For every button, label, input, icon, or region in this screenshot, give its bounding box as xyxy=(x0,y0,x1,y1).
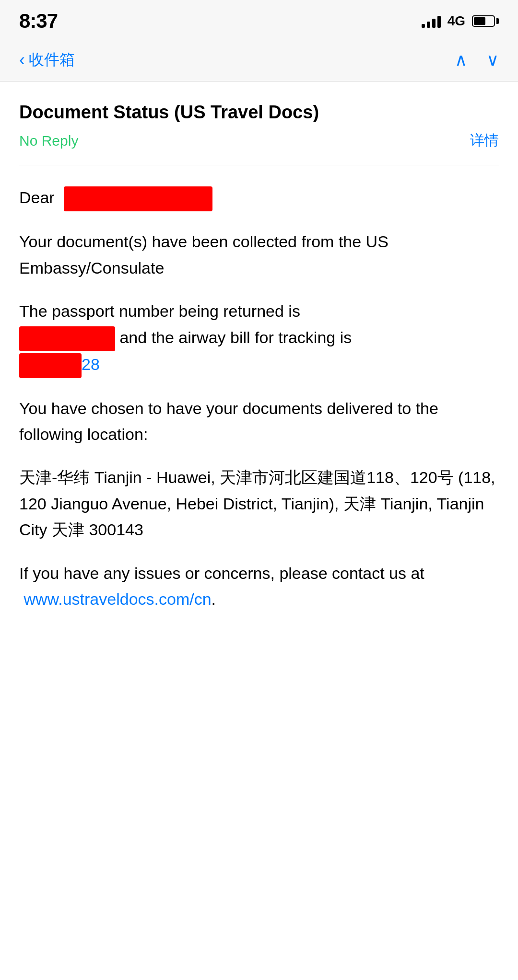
paragraph4-part1: If you have any issues or concerns, plea… xyxy=(19,564,424,582)
battery-tip xyxy=(496,18,499,24)
paragraph2-part1: The passport number being returned is xyxy=(19,302,300,320)
redacted-name xyxy=(64,186,212,211)
email-from-row: No Reply 详情 xyxy=(19,131,499,150)
back-chevron-icon: ‹ xyxy=(19,51,25,69)
signal-bar-2 xyxy=(427,22,430,28)
paragraph-2: The passport number being returned is an… xyxy=(19,298,499,378)
email-body: Dear Your document(s) have been collecte… xyxy=(19,170,499,612)
signal-bar-1 xyxy=(422,24,425,28)
next-email-button[interactable]: ∨ xyxy=(486,50,499,70)
nav-bar: ‹ 收件箱 ∧ ∨ xyxy=(0,38,518,81)
signal-icon xyxy=(422,14,441,28)
status-icons: 4G xyxy=(422,13,499,29)
paragraph-1: Your document(s) have been collected fro… xyxy=(19,229,499,281)
back-button[interactable]: ‹ 收件箱 xyxy=(19,49,75,70)
battery-fill xyxy=(474,17,485,25)
website-link[interactable]: www.ustraveldocs.com/cn xyxy=(24,590,211,608)
previous-email-button[interactable]: ∧ xyxy=(455,50,467,70)
tracking-link[interactable]: 28 xyxy=(82,355,100,373)
greeting-paragraph: Dear xyxy=(19,184,499,211)
redacted-passport xyxy=(19,326,115,351)
signal-bar-4 xyxy=(437,16,441,28)
paragraph-3: You have chosen to have your documents d… xyxy=(19,395,499,448)
email-subject: Document Status (US Travel Docs) xyxy=(19,101,499,124)
signal-bar-3 xyxy=(432,19,436,28)
battery-icon xyxy=(472,15,499,27)
address-paragraph: 天津-华纬 Tianjin - Huawei, 天津市河北区建国道118、120… xyxy=(19,464,499,542)
paragraph4-part2: . xyxy=(212,590,216,608)
paragraph-4: If you have any issues or concerns, plea… xyxy=(19,560,499,612)
nav-arrows: ∧ ∨ xyxy=(455,50,499,70)
greeting-text: Dear xyxy=(19,188,55,207)
redacted-airway xyxy=(19,353,82,378)
battery-body xyxy=(472,15,495,27)
network-type: 4G xyxy=(447,13,465,29)
back-label: 收件箱 xyxy=(29,49,75,70)
email-detail-link[interactable]: 详情 xyxy=(470,131,499,150)
status-time: 8:37 xyxy=(19,10,58,33)
paragraph2-part2: and the airway bill for tracking is xyxy=(119,328,352,346)
status-bar: 8:37 4G xyxy=(0,0,518,38)
email-container: Document Status (US Travel Docs) No Repl… xyxy=(0,81,518,658)
email-sender: No Reply xyxy=(19,133,78,149)
email-header: Document Status (US Travel Docs) No Repl… xyxy=(19,101,499,165)
